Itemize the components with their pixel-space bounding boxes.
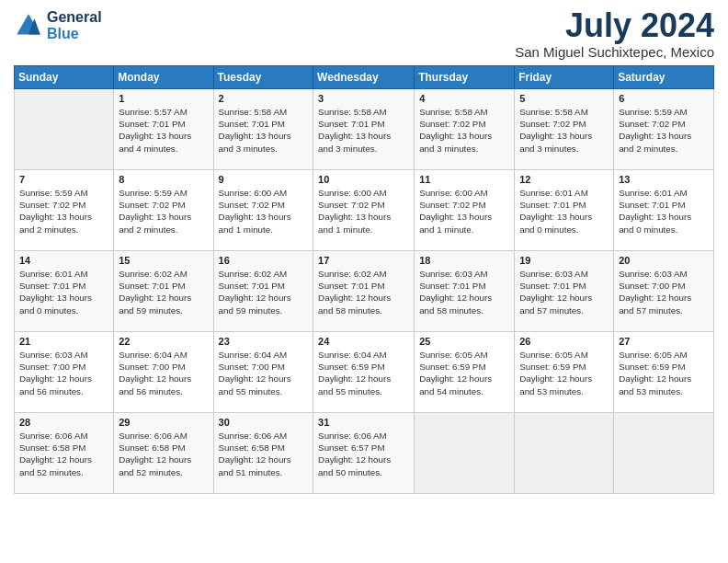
day-info: Sunrise: 6:06 AMSunset: 6:57 PMDaylight:… (318, 430, 409, 478)
day-info: Sunrise: 6:04 AMSunset: 6:59 PMDaylight:… (318, 349, 409, 397)
day-info: Sunrise: 6:03 AMSunset: 7:01 PMDaylight:… (419, 268, 509, 316)
calendar-cell: 21Sunrise: 6:03 AMSunset: 7:00 PMDayligh… (15, 332, 114, 413)
day-info: Sunrise: 6:00 AMSunset: 7:02 PMDaylight:… (419, 187, 509, 236)
calendar-cell: 25Sunrise: 6:05 AMSunset: 6:59 PMDayligh… (415, 332, 515, 413)
calendar-cell: 14Sunrise: 6:01 AMSunset: 7:01 PMDayligh… (15, 251, 114, 332)
day-number: 10 (318, 174, 409, 185)
calendar-cell: 5Sunrise: 5:58 AMSunset: 7:02 PMDaylight… (515, 89, 614, 170)
day-number: 21 (19, 336, 108, 347)
col-thursday: Thursday (415, 66, 515, 89)
calendar-cell (614, 413, 714, 494)
day-number: 19 (519, 255, 609, 266)
day-number: 2 (219, 93, 309, 104)
col-saturday: Saturday (614, 66, 714, 89)
day-number: 6 (619, 93, 709, 104)
day-info: Sunrise: 6:04 AMSunset: 7:00 PMDaylight:… (219, 349, 309, 397)
col-monday: Monday (114, 66, 213, 89)
col-tuesday: Tuesday (213, 66, 313, 89)
day-number: 24 (318, 336, 409, 347)
day-number: 22 (119, 336, 208, 347)
day-info: Sunrise: 6:06 AMSunset: 6:58 PMDaylight:… (219, 430, 309, 478)
calendar-cell: 10Sunrise: 6:00 AMSunset: 7:02 PMDayligh… (313, 170, 415, 251)
day-number: 23 (219, 336, 309, 347)
logo-text: General Blue (47, 9, 102, 42)
day-number: 12 (519, 174, 609, 185)
calendar-cell: 20Sunrise: 6:03 AMSunset: 7:00 PMDayligh… (614, 251, 714, 332)
day-info: Sunrise: 6:06 AMSunset: 6:58 PMDaylight:… (119, 430, 208, 478)
calendar-cell (515, 413, 614, 494)
calendar-table: Sunday Monday Tuesday Wednesday Thursday… (14, 65, 714, 494)
day-number: 13 (619, 174, 709, 185)
calendar-cell: 31Sunrise: 6:06 AMSunset: 6:57 PMDayligh… (313, 413, 415, 494)
day-number: 31 (318, 417, 409, 428)
calendar-week-2: 7Sunrise: 5:59 AMSunset: 7:02 PMDaylight… (15, 170, 714, 251)
day-info: Sunrise: 6:03 AMSunset: 7:01 PMDaylight:… (519, 268, 609, 316)
calendar-cell: 6Sunrise: 5:59 AMSunset: 7:02 PMDaylight… (614, 89, 714, 170)
day-number: 30 (219, 417, 309, 428)
title-block: July 2024 San Miguel Suchixtepec, Mexico (515, 9, 714, 60)
calendar-header-row: Sunday Monday Tuesday Wednesday Thursday… (15, 66, 714, 89)
calendar-cell: 28Sunrise: 6:06 AMSunset: 6:58 PMDayligh… (15, 413, 114, 494)
day-info: Sunrise: 6:05 AMSunset: 6:59 PMDaylight:… (519, 349, 609, 397)
day-info: Sunrise: 5:59 AMSunset: 7:02 PMDaylight:… (119, 187, 208, 236)
calendar-week-4: 21Sunrise: 6:03 AMSunset: 7:00 PMDayligh… (15, 332, 714, 413)
day-number: 3 (318, 93, 409, 104)
calendar-cell: 8Sunrise: 5:59 AMSunset: 7:02 PMDaylight… (114, 170, 213, 251)
day-number: 25 (419, 336, 509, 347)
day-info: Sunrise: 6:01 AMSunset: 7:01 PMDaylight:… (519, 187, 609, 236)
calendar-cell: 18Sunrise: 6:03 AMSunset: 7:01 PMDayligh… (415, 251, 515, 332)
col-wednesday: Wednesday (313, 66, 415, 89)
header: General Blue July 2024 San Miguel Suchix… (14, 9, 714, 60)
logo: General Blue (14, 9, 102, 42)
calendar-week-3: 14Sunrise: 6:01 AMSunset: 7:01 PMDayligh… (15, 251, 714, 332)
calendar-cell: 2Sunrise: 5:58 AMSunset: 7:01 PMDaylight… (213, 89, 313, 170)
day-info: Sunrise: 5:58 AMSunset: 7:01 PMDaylight:… (219, 106, 309, 155)
day-number: 28 (19, 417, 108, 428)
day-number: 9 (219, 174, 309, 185)
calendar-cell: 7Sunrise: 5:59 AMSunset: 7:02 PMDaylight… (15, 170, 114, 251)
day-info: Sunrise: 5:59 AMSunset: 7:02 PMDaylight:… (619, 106, 709, 155)
day-info: Sunrise: 5:58 AMSunset: 7:02 PMDaylight:… (519, 106, 609, 155)
day-info: Sunrise: 6:05 AMSunset: 6:59 PMDaylight:… (619, 349, 709, 397)
calendar-week-5: 28Sunrise: 6:06 AMSunset: 6:58 PMDayligh… (15, 413, 714, 494)
calendar-cell: 13Sunrise: 6:01 AMSunset: 7:01 PMDayligh… (614, 170, 714, 251)
calendar-cell: 23Sunrise: 6:04 AMSunset: 7:00 PMDayligh… (213, 332, 313, 413)
main-title: July 2024 (515, 9, 714, 42)
day-info: Sunrise: 6:01 AMSunset: 7:01 PMDaylight:… (619, 187, 709, 236)
day-info: Sunrise: 6:06 AMSunset: 6:58 PMDaylight:… (19, 430, 108, 478)
day-number: 11 (419, 174, 509, 185)
logo-icon (14, 11, 43, 40)
calendar-cell: 29Sunrise: 6:06 AMSunset: 6:58 PMDayligh… (114, 413, 213, 494)
calendar-cell: 22Sunrise: 6:04 AMSunset: 7:00 PMDayligh… (114, 332, 213, 413)
day-number: 16 (219, 255, 309, 266)
day-number: 26 (519, 336, 609, 347)
day-info: Sunrise: 5:59 AMSunset: 7:02 PMDaylight:… (19, 187, 108, 236)
day-info: Sunrise: 6:02 AMSunset: 7:01 PMDaylight:… (119, 268, 208, 316)
day-number: 7 (19, 174, 108, 185)
calendar-cell: 24Sunrise: 6:04 AMSunset: 6:59 PMDayligh… (313, 332, 415, 413)
calendar-week-1: 1Sunrise: 5:57 AMSunset: 7:01 PMDaylight… (15, 89, 714, 170)
day-info: Sunrise: 6:05 AMSunset: 6:59 PMDaylight:… (419, 349, 509, 397)
day-info: Sunrise: 6:00 AMSunset: 7:02 PMDaylight:… (318, 187, 409, 236)
page-container: General Blue July 2024 San Miguel Suchix… (0, 0, 728, 503)
day-info: Sunrise: 6:03 AMSunset: 7:00 PMDaylight:… (619, 268, 709, 316)
col-sunday: Sunday (15, 66, 114, 89)
day-info: Sunrise: 6:02 AMSunset: 7:01 PMDaylight:… (318, 268, 409, 316)
calendar-cell: 9Sunrise: 6:00 AMSunset: 7:02 PMDaylight… (213, 170, 313, 251)
calendar-cell: 27Sunrise: 6:05 AMSunset: 6:59 PMDayligh… (614, 332, 714, 413)
day-number: 8 (119, 174, 208, 185)
day-number: 4 (419, 93, 509, 104)
day-info: Sunrise: 6:01 AMSunset: 7:01 PMDaylight:… (19, 268, 108, 316)
calendar-cell: 15Sunrise: 6:02 AMSunset: 7:01 PMDayligh… (114, 251, 213, 332)
calendar-cell: 17Sunrise: 6:02 AMSunset: 7:01 PMDayligh… (313, 251, 415, 332)
day-info: Sunrise: 6:02 AMSunset: 7:01 PMDaylight:… (219, 268, 309, 316)
calendar-cell (15, 89, 114, 170)
day-info: Sunrise: 6:04 AMSunset: 7:00 PMDaylight:… (119, 349, 208, 397)
calendar-cell: 11Sunrise: 6:00 AMSunset: 7:02 PMDayligh… (415, 170, 515, 251)
day-number: 29 (119, 417, 208, 428)
calendar-cell: 3Sunrise: 5:58 AMSunset: 7:01 PMDaylight… (313, 89, 415, 170)
day-info: Sunrise: 5:57 AMSunset: 7:01 PMDaylight:… (119, 106, 208, 155)
subtitle: San Miguel Suchixtepec, Mexico (515, 44, 714, 60)
day-number: 17 (318, 255, 409, 266)
day-number: 27 (619, 336, 709, 347)
